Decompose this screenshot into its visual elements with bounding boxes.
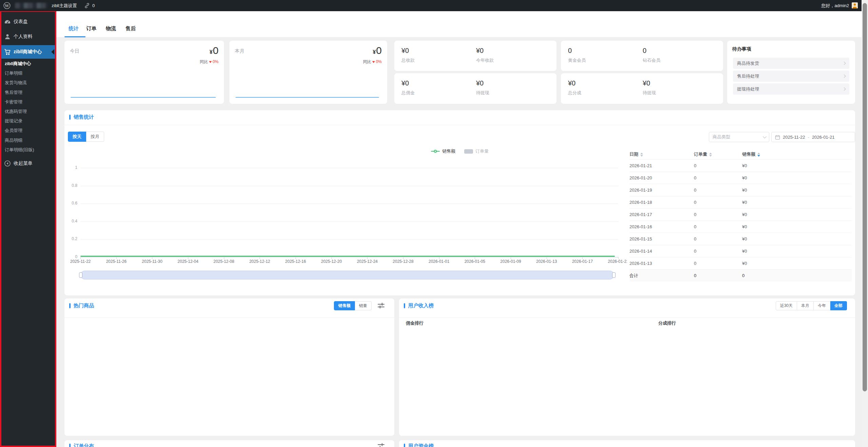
todo-item-label: 售后待处理 [737, 73, 759, 79]
sales-line-series [80, 256, 615, 257]
chevron-right-icon [843, 75, 846, 78]
sidebar-subitem[interactable]: 提现记录 [0, 117, 55, 125]
scrollbar-thumb[interactable] [863, 3, 867, 391]
table-cell: 0 [694, 175, 742, 180]
header-sales-amount[interactable]: 销售额 [742, 151, 852, 157]
toggle-sales-volume-button[interactable]: 销量 [355, 301, 372, 310]
datazoom-right-handle[interactable] [612, 272, 616, 278]
table-cell: 0 [694, 188, 742, 193]
wp-sidebar-menu: 仪表盘 个人资料 zibll商城中心 zibll商城中心订单明细 [0, 11, 55, 447]
sidebar-subitem[interactable]: 订单明细 [0, 69, 55, 78]
x-tick-label: 2025-12-04 [174, 259, 202, 264]
stat-card-members: 0黄金会员0钻石会员 [561, 41, 723, 71]
adminbar-greeting[interactable]: 您好，admin2 [821, 0, 849, 11]
sidebar-item-dashboard[interactable]: 仪表盘 [0, 16, 55, 27]
page-scrollbar[interactable] [862, 0, 868, 447]
chart-datazoom-slider[interactable] [80, 271, 614, 279]
table-cell: 0 [694, 249, 742, 254]
product-type-select[interactable]: 商品类型 [709, 132, 769, 142]
table-row: 2026-01-130¥0 [629, 257, 852, 269]
x-tick-label: 2025-11-30 [138, 259, 166, 264]
stat-value: 0 [643, 47, 660, 55]
wp-admin-bar: W zibll主题设置 0 您好，admin2 [0, 0, 868, 11]
chevron-right-icon [843, 88, 846, 91]
dashboard-gauge-icon [4, 18, 11, 25]
hot-products-toggle-group: 销售额 销量 [334, 301, 372, 310]
sales-section-title: 销售统计 [69, 114, 94, 120]
sidebar-subitem[interactable]: 售后管理 [0, 88, 55, 97]
date-separator: - [808, 135, 809, 140]
table-cell: 2026-01-15 [629, 236, 694, 241]
order-distribution-title: 订单分布 [69, 443, 94, 447]
sidebar-subitem[interactable]: zibll商城中心 [0, 59, 55, 68]
sidebar-subitem[interactable]: 卡密管理 [0, 98, 55, 106]
sidebar-subitem[interactable]: 发货与物流 [0, 78, 55, 87]
datazoom-left-handle[interactable] [79, 272, 82, 278]
chevron-down-icon [763, 135, 767, 138]
filter-sliders-icon[interactable] [377, 443, 385, 447]
filter-all-button[interactable]: 全部 [830, 301, 847, 310]
filter-month-button[interactable]: 本月 [797, 301, 814, 310]
disabled-series-marker-icon [464, 149, 473, 154]
adminbar-count[interactable]: 0 [92, 0, 95, 11]
sidebar-subitem[interactable]: 商品明细 [0, 136, 55, 145]
stat-label: 总佣金 [401, 90, 415, 96]
divider [64, 317, 394, 318]
legend-order-count[interactable]: 订单量 [464, 148, 489, 154]
todo-item[interactable]: 提现待处理 [733, 83, 849, 95]
site-name-redacted[interactable] [15, 3, 48, 8]
sidebar-subitem[interactable]: 优惠码管理 [0, 107, 55, 116]
todo-title: 待办事项 [732, 46, 751, 52]
commission-rank-label: 佣金排行 [406, 320, 423, 326]
gridline [80, 186, 618, 186]
table-cell: ¥0 [742, 224, 852, 229]
wordpress-logo-icon[interactable]: W [3, 2, 11, 9]
tab-statistics[interactable]: 统计 [69, 25, 79, 32]
mode-by-day-button[interactable]: 按天 [68, 132, 86, 142]
legend-sales-amount[interactable]: 销售额 [431, 148, 455, 154]
todo-item[interactable]: 售后待处理 [733, 71, 849, 82]
mode-by-month-button[interactable]: 按月 [86, 132, 104, 142]
sidebar-subitem[interactable]: 订单明细(旧版) [0, 145, 55, 154]
header-date[interactable]: 日期 [629, 151, 694, 157]
y-tick-label: 1 [64, 165, 77, 170]
toggle-sales-amount-button[interactable]: 销售额 [334, 301, 355, 310]
table-row: 2026-01-140¥0 [629, 245, 852, 257]
gridline [80, 168, 618, 168]
todo-item[interactable]: 商品待发货 [733, 58, 849, 69]
sidebar-item-profile[interactable]: 个人资料 [0, 31, 55, 42]
date-range-input[interactable]: 2025-11-22 - 2026-01-21 [771, 132, 855, 142]
table-cell: ¥0 [742, 175, 852, 180]
stat-value: ¥0 [476, 79, 489, 87]
sidebar-item-zibll-mall[interactable]: zibll商城中心 [0, 45, 55, 59]
tab-aftersale[interactable]: 售后 [126, 25, 136, 32]
filter-year-button[interactable]: 今年 [814, 301, 830, 310]
x-tick-label: 2026-01-21 [604, 259, 627, 264]
sidebar-item-label: 个人资料 [14, 34, 33, 40]
filter-sliders-icon[interactable] [377, 302, 385, 309]
sidebar-subitem[interactable]: 会员管理 [0, 126, 55, 135]
stat-label: 钻石会员 [643, 57, 660, 63]
avatar[interactable] [852, 2, 858, 8]
x-tick-label: 2025-11-22 [66, 259, 95, 264]
x-tick-label: 2025-12-16 [281, 259, 310, 264]
stat-cell: ¥0总收款 [401, 47, 415, 63]
stat-value: ¥0 [476, 47, 494, 55]
header-order-count[interactable]: 订单量 [694, 151, 742, 157]
title-bar-icon [69, 444, 71, 447]
filter-30days-button[interactable]: 近30天 [776, 301, 797, 310]
link-icon[interactable] [84, 3, 90, 8]
line-series-marker-icon [431, 151, 440, 152]
today-sparkline [71, 97, 216, 98]
stat-label: 总收款 [401, 57, 415, 63]
sales-table: 日期 订单量 销售额 2026-01-210¥02026-01-200¥0202… [629, 149, 852, 281]
tab-orders[interactable]: 订单 [86, 25, 96, 32]
adminbar-theme-settings-link[interactable]: zibll主题设置 [52, 0, 77, 11]
stat-cell: ¥0总佣金 [401, 79, 415, 96]
stat-value: ¥0 [401, 79, 415, 87]
date-start: 2025-11-22 [783, 135, 805, 140]
sidebar-collapse-menu[interactable]: 收起菜单 [0, 158, 55, 169]
stat-cell: ¥0待提现 [643, 79, 656, 96]
table-row: 2026-01-200¥0 [629, 172, 852, 184]
tab-logistics[interactable]: 物流 [106, 25, 116, 32]
